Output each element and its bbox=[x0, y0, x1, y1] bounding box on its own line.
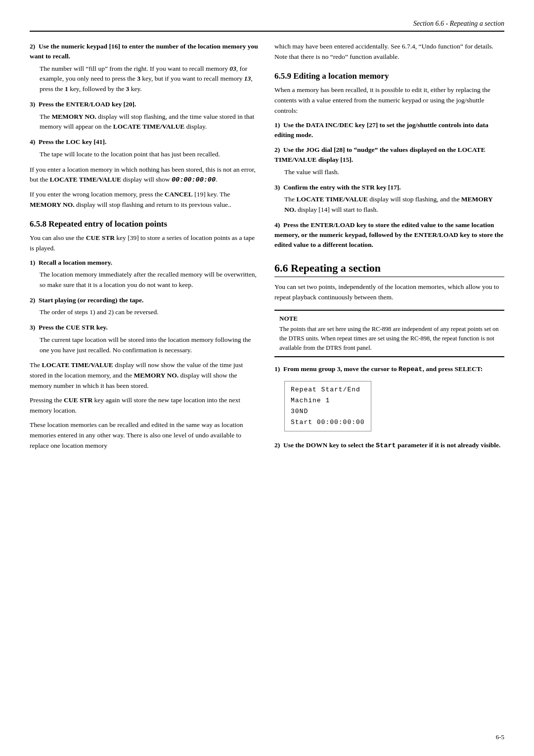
left-column: 2) Use the numeric keypad [16] to enter … bbox=[30, 42, 260, 456]
step-658-2-body: The order of steps 1) and 2) can be reve… bbox=[30, 307, 260, 318]
step-658-3-body: The current tape location will be stored… bbox=[30, 335, 260, 356]
display-box: Repeat Start/End Machine 1 30ND Start 00… bbox=[284, 381, 371, 431]
section-66-intro: You can set two points, independently of… bbox=[274, 282, 504, 303]
section-66-heading: 6.6 Repeating a section bbox=[274, 262, 504, 277]
note-label: NOTE bbox=[279, 315, 499, 323]
step-66-1-title: 1) From menu group 3, move the cursor to… bbox=[274, 364, 504, 375]
658-para1: The LOCATE TIME/VALUE display will now s… bbox=[30, 360, 260, 391]
main-content: 2) Use the numeric keypad [16] to enter … bbox=[30, 42, 504, 456]
step-3-body: The MEMORY NO. display will stop flashin… bbox=[30, 112, 260, 133]
step-659-3: 3) Confirm the entry with the STR key [1… bbox=[274, 183, 504, 215]
step-3-enter-load: 3) Press the ENTER/LOAD key [20]. The ME… bbox=[30, 99, 260, 132]
display-line3: 30ND bbox=[291, 406, 365, 417]
display-line1: Repeat Start/End bbox=[291, 384, 365, 395]
step-659-2-title: 2) Use the JOG dial [28] to “nudge” the … bbox=[274, 145, 504, 165]
step-3-title: 3) Press the ENTER/LOAD key [20]. bbox=[30, 99, 260, 109]
step-4-body: The tape will locate to the location poi… bbox=[30, 149, 260, 160]
step-658-1-body: The location memory immediately after th… bbox=[30, 270, 260, 290]
display-line2: Machine 1 bbox=[291, 395, 365, 406]
step-659-2: 2) Use the JOG dial [28] to “nudge” the … bbox=[274, 145, 504, 177]
step-658-1-title: 1) Recall a location memory. bbox=[30, 258, 260, 268]
section-659-heading: 6.5.9 Editing a location memory bbox=[274, 71, 504, 81]
note-box: NOTE The points that are set here using … bbox=[274, 310, 504, 357]
step-659-3-title: 3) Confirm the entry with the STR key [1… bbox=[274, 183, 504, 192]
step-2-title: 2) Use the numeric keypad [16] to enter … bbox=[30, 42, 260, 62]
step-659-3-body: The LOCATE TIME/VALUE display will stop … bbox=[274, 194, 504, 215]
page-number: 6-5 bbox=[496, 733, 504, 741]
empty-memory-para: If you enter a location memory in which … bbox=[30, 165, 260, 186]
wrong-memory-para: If you enter the wrong location memory, … bbox=[30, 189, 260, 210]
page: Section 6.6 - Repeating a section 2) Use… bbox=[0, 0, 534, 756]
step-66-1: 1) From menu group 3, move the cursor to… bbox=[274, 364, 504, 435]
step-658-1: 1) Recall a location memory. The locatio… bbox=[30, 258, 260, 290]
section-658-intro: You can also use the CUE STR key [39] to… bbox=[30, 233, 260, 254]
note-text: The points that are set here using the R… bbox=[279, 325, 499, 352]
section-658-heading: 6.5.8 Repeated entry of location points bbox=[30, 219, 260, 229]
step-2-recall: 2) Use the numeric keypad [16] to enter … bbox=[30, 42, 260, 94]
step-66-2: 2) Use the DOWN key to select the Start … bbox=[274, 440, 504, 451]
step-659-4: 4) Press the ENTER/LOAD key to store the… bbox=[274, 220, 504, 250]
step-4-title: 4) Press the LOC key [41]. bbox=[30, 137, 260, 147]
step-659-4-title: 4) Press the ENTER/LOAD key to store the… bbox=[274, 220, 504, 250]
display-line4: Start 00:00:00:00 bbox=[291, 417, 365, 428]
step-2-body: The number will “fill up” from the right… bbox=[30, 64, 260, 95]
658-para2: Pressing the CUE STR key again will stor… bbox=[30, 395, 260, 416]
right-column: which may have been entered accidentally… bbox=[274, 42, 504, 456]
step-658-3-title: 3) Press the CUE STR key. bbox=[30, 323, 260, 332]
step-659-2-body: The value will flash. bbox=[274, 167, 504, 178]
step-658-3: 3) Press the CUE STR key. The current ta… bbox=[30, 323, 260, 355]
658-para3: These location memories can be recalled … bbox=[30, 420, 260, 451]
step-658-2: 2) Start playing (or recording) the tape… bbox=[30, 295, 260, 318]
step-66-2-title: 2) Use the DOWN key to select the Start … bbox=[274, 440, 504, 451]
right-intro-para: which may have been entered accidentally… bbox=[274, 42, 504, 62]
section-659-intro: When a memory has been recalled, it is p… bbox=[274, 85, 504, 116]
section-title: Section 6.6 - Repeating a section bbox=[413, 20, 504, 28]
step-659-1-title: 1) Use the DATA INC/DEC key [27] to set … bbox=[274, 120, 504, 141]
step-659-1: 1) Use the DATA INC/DEC key [27] to set … bbox=[274, 120, 504, 141]
step-4-loc: 4) Press the LOC key [41]. The tape will… bbox=[30, 137, 260, 159]
step-658-2-title: 2) Start playing (or recording) the tape… bbox=[30, 295, 260, 305]
page-header: Section 6.6 - Repeating a section bbox=[30, 20, 504, 32]
